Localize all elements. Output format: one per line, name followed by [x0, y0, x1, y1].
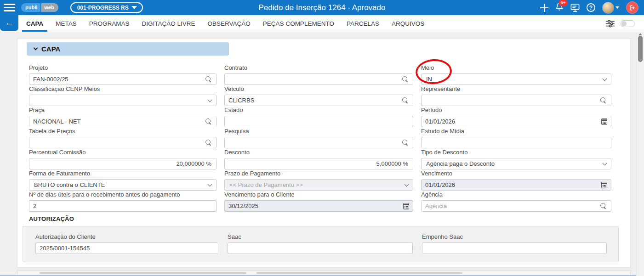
praca-input[interactable] — [29, 116, 216, 127]
divider — [256, 272, 462, 274]
meio-select[interactable]: IN — [421, 73, 611, 85]
vencimento-cliente-input[interactable] — [225, 201, 413, 211]
estado-label: Estado — [224, 107, 413, 114]
agencia-input[interactable] — [422, 201, 611, 211]
search-icon[interactable] — [205, 76, 212, 83]
capa-section-header[interactable]: CAPA — [27, 42, 229, 56]
logout-icon[interactable] — [626, 1, 638, 14]
desconto-input[interactable] — [225, 158, 413, 169]
help-icon[interactable]: ? — [587, 3, 595, 12]
notifications-bell-icon[interactable]: 9+ — [555, 2, 564, 13]
estudo-midia-label: Estudo de Mídia — [421, 128, 611, 135]
periodo-input[interactable] — [422, 116, 611, 127]
tipo-desconto-select[interactable]: Agência paga o Desconto — [421, 158, 611, 169]
desconto-label: Desconto — [224, 149, 413, 156]
field-prazo-pagamento: Prazo de Pagamento << Prazo de Pagamento… — [224, 170, 413, 191]
capa-form-grid: Projeto Contrato Meio IN — [29, 64, 630, 212]
field-vencimento-cliente: Vencimento para o Cliente — [224, 191, 413, 212]
filter-sliders-icon[interactable] — [605, 20, 615, 28]
notification-badge: 9+ — [559, 0, 568, 6]
vencimento-cliente-control — [224, 200, 413, 212]
veiculo-control — [224, 95, 413, 106]
field-agencia: Agência — [421, 191, 611, 212]
tab-programas[interactable]: PROGRAMAS — [89, 15, 130, 32]
search-icon[interactable] — [600, 203, 607, 209]
search-icon[interactable] — [205, 140, 212, 146]
company-selector-dropdown[interactable]: 001-PROGRESS RS — [70, 2, 143, 13]
field-dias-uteis: Nº de dias úteis para o recebimento ante… — [29, 191, 217, 212]
representante-input[interactable] — [422, 95, 611, 106]
scrollbar-thumb[interactable] — [638, 36, 643, 62]
hamburger-menu-icon[interactable] — [4, 4, 15, 11]
caret-down-icon — [131, 6, 137, 9]
saac-label: Saac — [228, 233, 413, 241]
back-button[interactable]: ← — [0, 15, 18, 31]
chevron-down-icon — [603, 161, 607, 165]
chevron-down-icon — [208, 97, 212, 102]
field-classificacao-cenp: Classificação CENP Meios — [29, 85, 217, 106]
periodo-label: Período — [421, 107, 611, 114]
company-selector-value: 001-PROGRESS RS — [77, 5, 129, 11]
field-percentual-comissao: Percentual Comissão — [29, 149, 217, 169]
tab-observacao[interactable]: OBSERVAÇÃO — [208, 15, 251, 32]
vencimento-label: Vencimento — [421, 170, 611, 177]
percentual-comissao-control — [29, 158, 217, 169]
autorizacao-cliente-input[interactable] — [36, 243, 218, 253]
search-icon[interactable] — [600, 97, 607, 104]
contrato-input[interactable] — [225, 74, 413, 84]
user-avatar[interactable] — [602, 2, 614, 14]
percentual-comissao-input[interactable] — [29, 158, 216, 169]
logo-web: web — [41, 3, 58, 12]
autorizacao-cliente-control — [35, 242, 218, 254]
prazo-pagamento-placeholder: << Prazo de Pagamento >> — [229, 181, 303, 188]
prazo-pagamento-label: Prazo de Pagamento — [224, 170, 413, 177]
search-icon[interactable] — [402, 97, 409, 104]
divider — [39, 272, 246, 274]
chevron-down-icon — [405, 182, 409, 186]
tabela-precos-control — [29, 137, 217, 148]
veiculo-input[interactable] — [225, 95, 413, 106]
vertical-scrollbar[interactable] — [636, 32, 644, 276]
tab-digitacao-livre[interactable]: DIGITAÇÃO LIVRE — [142, 15, 195, 32]
classificacao-cenp-select[interactable] — [29, 95, 217, 106]
user-menu[interactable] — [602, 2, 619, 14]
field-saac: Saac — [228, 233, 413, 254]
vencimento-input[interactable] — [422, 180, 611, 190]
dias-uteis-input[interactable] — [29, 201, 216, 211]
screen-share-icon[interactable] — [570, 4, 580, 12]
search-icon[interactable] — [402, 76, 409, 83]
scroll-up-arrow-icon[interactable] — [638, 33, 642, 35]
autorizacao-cliente-label: Autorização do Cliente — [35, 233, 218, 241]
calendar-icon[interactable] — [601, 118, 607, 125]
calendar-icon[interactable] — [601, 182, 607, 188]
forma-faturamento-value: BRUTO contra o CLIENTE — [34, 181, 105, 188]
forma-faturamento-select[interactable]: BRUTO contra o CLIENTE — [29, 179, 217, 191]
projeto-control — [29, 73, 217, 85]
tab-parcelas[interactable]: PARCELAS — [347, 15, 379, 32]
tabela-precos-input[interactable] — [29, 137, 216, 148]
search-icon[interactable] — [402, 140, 409, 146]
field-forma-faturamento: Forma de Faturamento BRUTO contra o CLIE… — [29, 170, 217, 191]
saac-input[interactable] — [228, 243, 412, 253]
field-meio: Meio IN — [421, 64, 611, 85]
prazo-pagamento-select[interactable]: << Prazo de Pagamento >> — [224, 179, 413, 191]
empenho-saac-input[interactable] — [422, 243, 606, 253]
tab-metas[interactable]: METAS — [56, 15, 77, 32]
tab-pecas-complemento[interactable]: PEÇAS COMPLEMENTO — [263, 15, 334, 32]
toggle-switch[interactable] — [621, 20, 635, 27]
add-icon[interactable] — [540, 4, 548, 12]
pesquisa-input[interactable] — [225, 137, 413, 148]
tab-arquivos[interactable]: ARQUIVOS — [392, 15, 424, 32]
forma-faturamento-label: Forma de Faturamento — [29, 170, 217, 177]
projeto-input[interactable] — [29, 74, 216, 84]
search-icon[interactable] — [205, 118, 212, 125]
estado-input[interactable] — [225, 116, 413, 127]
calendar-icon[interactable] — [403, 203, 409, 209]
tab-capa[interactable]: CAPA — [26, 15, 43, 32]
field-vencimento: Vencimento — [421, 170, 611, 191]
autorizacao-grid: Autorização do Cliente Saac Empenho Saac — [35, 233, 618, 254]
estudo-midia-input[interactable] — [422, 137, 611, 148]
tipo-desconto-label: Tipo de Desconto — [421, 149, 611, 156]
empenho-saac-label: Empenho Saac — [422, 233, 607, 241]
content-area: CAPA Projeto Contrato Meio — [0, 32, 644, 276]
